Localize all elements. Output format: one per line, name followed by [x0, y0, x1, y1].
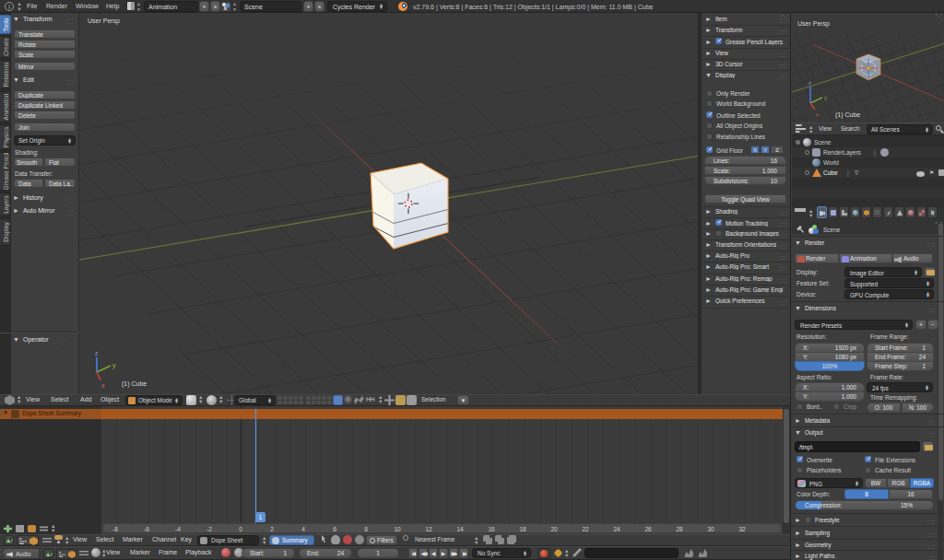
svg-text:20: 20: [550, 526, 558, 532]
svg-text:1: 1: [259, 514, 263, 520]
svg-text:0: 0: [239, 526, 242, 532]
svg-text:12: 12: [425, 526, 432, 532]
svg-text:2: 2: [270, 526, 274, 532]
svg-text:y: y: [112, 362, 116, 369]
svg-text:6: 6: [333, 526, 336, 532]
svg-text:4: 4: [301, 526, 305, 532]
svg-text:22: 22: [582, 526, 589, 532]
svg-text:x: x: [101, 382, 105, 389]
svg-text:26: 26: [644, 526, 652, 532]
svg-text:x: x: [816, 111, 819, 117]
svg-text:y: y: [824, 95, 827, 100]
svg-text:(1) Cube: (1) Cube: [835, 111, 860, 119]
svg-text:10: 10: [394, 526, 401, 532]
svg-text:z: z: [95, 350, 99, 356]
svg-text:30: 30: [707, 526, 714, 532]
svg-text:16: 16: [488, 526, 495, 532]
svg-text:28: 28: [676, 526, 683, 532]
svg-text:-4: -4: [175, 526, 181, 532]
svg-text:8: 8: [364, 526, 368, 532]
svg-text:18: 18: [519, 526, 526, 532]
svg-text:User Persp: User Persp: [797, 20, 830, 28]
svg-text:14: 14: [456, 526, 464, 532]
svg-text:-8: -8: [112, 526, 118, 532]
svg-text:24: 24: [613, 526, 620, 532]
svg-text:-6: -6: [144, 526, 149, 532]
svg-text:32: 32: [738, 526, 746, 532]
svg-text:-2: -2: [206, 526, 212, 532]
svg-text:z: z: [808, 80, 811, 86]
